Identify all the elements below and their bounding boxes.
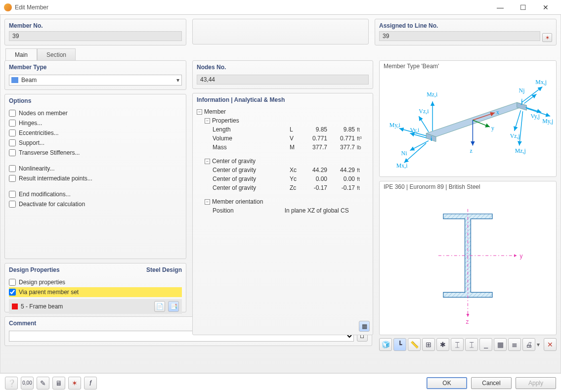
svg-line-17: [410, 133, 426, 138]
member-set-color: [12, 304, 18, 309]
design-type-label: Steel Design: [146, 266, 182, 273]
option-nodes-on-member[interactable]: Nodes on member: [9, 108, 182, 118]
tree-mass: Mass: [213, 144, 288, 151]
window-title: Edit Member: [15, 4, 489, 11]
tab-section[interactable]: Section: [37, 48, 76, 61]
svg-text:Ni: Ni: [401, 150, 408, 157]
print-button[interactable]: 🖨: [522, 338, 535, 351]
svg-text:Vy,j: Vy,j: [530, 113, 540, 120]
beam-diagram: i j x y z Mz,i Vz,i My,i: [380, 61, 556, 176]
svg-text:Vz,i: Vz,i: [419, 108, 429, 115]
member-icon-button[interactable]: ✎: [37, 377, 49, 390]
minimize-button[interactable]: —: [489, 0, 512, 14]
maximize-button[interactable]: ☐: [512, 0, 534, 14]
svg-line-23: [522, 87, 543, 103]
option-end-modifications[interactable]: End modifications...: [9, 189, 182, 199]
member-type-label: Member Type: [9, 64, 46, 71]
view-thin-button[interactable]: ⎯: [479, 338, 492, 351]
tab-main[interactable]: Main: [5, 48, 37, 61]
svg-line-21: [404, 143, 427, 163]
function-button[interactable]: f: [84, 377, 97, 390]
units-button[interactable]: 0,00: [21, 377, 34, 390]
collapse-cog-icon[interactable]: −: [205, 159, 210, 164]
collapse-orientation-icon[interactable]: −: [205, 199, 210, 205]
view-eccentric-button[interactable]: ⊞: [422, 338, 435, 351]
comment-label: Comment: [9, 320, 36, 327]
dropdown-icon[interactable]: ▾: [537, 341, 540, 348]
tree-member: Member: [204, 108, 226, 115]
apply-button[interactable]: Apply: [516, 377, 556, 389]
pick-member-button[interactable]: ✶: [68, 377, 81, 390]
view-3d-button[interactable]: 🧊: [379, 338, 392, 351]
assigned-line-panel: Assigned to Line No. 39 ✶: [375, 19, 557, 45]
top-blank-panel: [192, 19, 369, 44]
svg-line-27: [526, 107, 542, 112]
parent-member-set-label: 5 - Frame beam: [21, 303, 151, 310]
svg-text:Vz,j: Vz,j: [510, 132, 520, 139]
svg-text:Mx,i: Mx,i: [396, 162, 408, 169]
svg-text:y: y: [520, 253, 523, 260]
member-set-new-button[interactable]: 📄: [154, 301, 165, 312]
option-transverse-stiffeners[interactable]: Transverse Stiffeners...: [9, 148, 182, 158]
nodes-no-value: 43,44: [197, 75, 369, 85]
svg-text:Mz,i: Mz,i: [427, 91, 438, 98]
option-eccentricities[interactable]: Eccentricities...: [9, 128, 182, 138]
tree-volume: Volume: [213, 135, 288, 142]
options-label: Options: [9, 97, 31, 104]
member-no-value: 39: [9, 31, 182, 41]
svg-text:x: x: [496, 109, 499, 116]
information-label: Information | Analytical & Mesh: [197, 96, 285, 103]
collapse-member-icon[interactable]: −: [197, 109, 202, 115]
view-dimension-button[interactable]: 📏: [408, 338, 421, 351]
ipe-section-diagram: y z: [380, 181, 556, 335]
svg-text:z: z: [470, 147, 472, 154]
design-properties-checkbox[interactable]: Design properties: [9, 277, 182, 287]
parent-member-set-item: 5 - Frame beam 📄 📑: [9, 299, 182, 314]
help-button[interactable]: ❔: [5, 377, 18, 390]
options-group: Options Nodes on memberHinges...Eccentri…: [4, 94, 186, 259]
svg-text:My,i: My,i: [389, 122, 401, 129]
via-parent-member-set-checkbox[interactable]: Via parent member set: [9, 287, 182, 297]
information-group: Information | Analytical & Mesh −Member …: [192, 93, 373, 335]
nodes-no-label: Nodes No.: [197, 64, 226, 71]
titlebar: Edit Member — ☐ ✕: [0, 0, 561, 15]
design-properties-text: Design properties: [19, 279, 65, 286]
design-properties-group: Design Properties Steel Design Design pr…: [4, 263, 186, 312]
dialog-footer: ❔ 0,00 ✎ 🖥 ✶ f OK Cancel Apply: [0, 373, 561, 392]
view-axes-button[interactable]: ┗: [393, 338, 406, 351]
option-deactivate-for-calculation[interactable]: Deactivate for calculation: [9, 199, 182, 209]
pick-line-button[interactable]: ✶: [542, 33, 552, 42]
member-no-label: Member No.: [5, 19, 186, 31]
close-button[interactable]: ✕: [534, 0, 557, 14]
svg-text:Mz,j: Mz,j: [515, 147, 526, 154]
option-hinges[interactable]: Hinges...: [9, 118, 182, 128]
via-parent-text: Via parent member set: [19, 289, 79, 296]
member-set-edit-button[interactable]: 📑: [168, 301, 179, 312]
nodes-no-group: Nodes No. 43,44: [192, 60, 373, 89]
preview2-label: IPE 360 | Euronorm 89 | British Steel: [384, 183, 480, 190]
option-nonlinearity[interactable]: Nonlinearity...: [9, 164, 182, 174]
option-support[interactable]: Support...: [9, 138, 182, 148]
svg-text:Vy,i: Vy,i: [410, 127, 419, 133]
tree-position: Position: [213, 207, 264, 214]
cancel-button[interactable]: Cancel: [471, 377, 512, 389]
view-stress-button[interactable]: ✱: [436, 338, 449, 351]
reset-view-button[interactable]: ✕: [544, 338, 557, 351]
chevron-down-icon[interactable]: ▾: [176, 77, 179, 84]
member-type-value: Beam: [21, 77, 176, 84]
collapse-properties-icon[interactable]: −: [205, 118, 210, 124]
preview1-label: Member Type 'Beam': [384, 63, 439, 70]
display-button[interactable]: 🖥: [52, 377, 65, 390]
show-table-button[interactable]: ▦: [359, 321, 370, 332]
svg-marker-0: [426, 102, 526, 136]
option-result-intermediate-points[interactable]: Result intermediate points...: [9, 174, 182, 183]
app-icon: [4, 3, 12, 11]
view-section-2-button[interactable]: ⌶: [465, 338, 478, 351]
tree-orientation: Member orientation: [212, 198, 263, 205]
tree-position-value: In plane XZ of global CS: [264, 207, 369, 214]
svg-text:My,j: My,j: [542, 118, 553, 125]
view-grid-button[interactable]: ▦: [494, 338, 507, 351]
view-section-1-button[interactable]: ⌶: [451, 338, 464, 351]
ok-button[interactable]: OK: [427, 377, 467, 389]
view-list-button[interactable]: ≣: [508, 338, 521, 351]
